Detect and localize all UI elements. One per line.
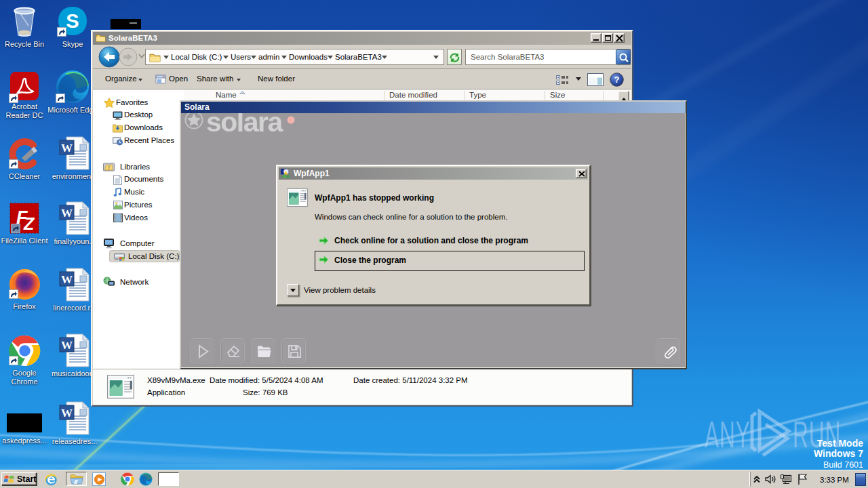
svg-text:?: ? — [614, 75, 620, 85]
svg-text:Z: Z — [23, 214, 35, 233]
svg-text:S: S — [66, 10, 79, 32]
svg-text:solara: solara — [206, 113, 283, 138]
svg-text:W: W — [61, 407, 73, 420]
svg-text:W: W — [61, 142, 73, 155]
svg-text:ANY: ANY — [705, 413, 751, 455]
svg-text:W: W — [61, 273, 73, 286]
svg-text:W: W — [61, 207, 73, 220]
svg-text:W: W — [61, 339, 73, 352]
